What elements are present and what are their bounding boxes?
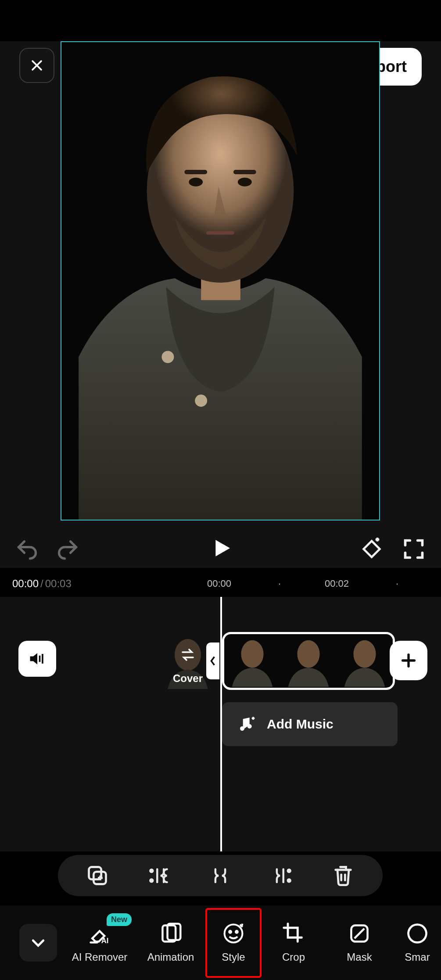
- crop-icon: [282, 922, 305, 945]
- svg-point-6: [238, 178, 252, 187]
- clip-thumb-3: [337, 634, 393, 688]
- tool-mask[interactable]: Mask: [326, 909, 392, 977]
- total-duration: 00:03: [45, 578, 72, 589]
- svg-point-44: [229, 931, 231, 933]
- speaker-icon: [28, 649, 47, 668]
- partial-circle-icon: [406, 922, 429, 945]
- play-button[interactable]: [208, 536, 233, 562]
- tool-ai-remover[interactable]: New AI AI Remover: [64, 909, 135, 977]
- svg-rect-9: [206, 231, 234, 234]
- redo-button[interactable]: [56, 538, 79, 560]
- swap-icon: [180, 647, 196, 663]
- tools-scroll[interactable]: New AI AI Remover Animation Style: [64, 905, 441, 980]
- delete-button[interactable]: [332, 864, 355, 887]
- ruler-mark-2: 00:02: [325, 578, 349, 589]
- svg-point-37: [288, 879, 290, 882]
- svg-rect-15: [39, 656, 41, 662]
- mask-icon: [348, 922, 371, 945]
- svg-point-20: [241, 640, 263, 668]
- clip-thumb-2: [280, 634, 337, 688]
- tool-animation[interactable]: Animation: [135, 909, 206, 977]
- add-music-label: Add Music: [267, 717, 333, 732]
- timecode-ruler: 00:00/00:03 00:00 · 00:02 ·: [0, 575, 441, 592]
- video-preview[interactable]: [61, 41, 380, 521]
- svg-point-34: [150, 869, 153, 872]
- cover-label: Cover: [173, 672, 203, 685]
- svg-rect-8: [233, 170, 256, 174]
- fullscreen-icon: [402, 538, 425, 560]
- duplicate-button[interactable]: [86, 864, 109, 887]
- svg-point-27: [247, 724, 252, 729]
- collapse-toolbar-button[interactable]: [19, 924, 57, 962]
- chevron-down-icon: [29, 934, 47, 951]
- tool-label: Style: [222, 951, 245, 963]
- ruler-mark-0: 00:00: [207, 578, 231, 589]
- svg-point-43: [225, 925, 243, 943]
- tool-label: Crop: [282, 951, 305, 963]
- split-left-button[interactable]: [147, 864, 170, 887]
- status-bar-gap: [0, 0, 441, 41]
- svg-point-36: [288, 869, 290, 872]
- fullscreen-button[interactable]: [402, 538, 425, 560]
- tool-label: Animation: [147, 951, 194, 963]
- split-left-icon: [147, 866, 170, 886]
- svg-point-10: [161, 351, 174, 363]
- split-right-icon: [270, 866, 293, 886]
- split-button[interactable]: [209, 864, 232, 887]
- clip-thumb-1: [224, 634, 280, 688]
- bottom-toolbar: New AI AI Remover Animation Style: [0, 905, 441, 980]
- style-face-icon: [222, 922, 245, 945]
- tool-style[interactable]: Style: [206, 909, 261, 977]
- play-icon: [208, 536, 233, 560]
- svg-point-24: [353, 640, 376, 668]
- svg-point-35: [150, 879, 153, 882]
- svg-rect-12: [364, 541, 380, 557]
- chevron-left-icon: [209, 655, 216, 667]
- tool-label: Smar: [405, 951, 430, 963]
- svg-rect-7: [184, 170, 207, 174]
- tool-crop[interactable]: Crop: [261, 909, 326, 977]
- add-clip-button[interactable]: [390, 641, 427, 680]
- undo-icon: [16, 538, 39, 560]
- svg-line-47: [355, 929, 364, 938]
- duplicate-icon: [86, 864, 109, 887]
- video-editor-screen: { "header": { "export_label": "Export" }…: [0, 0, 441, 980]
- mute-button[interactable]: [18, 641, 56, 677]
- svg-text:AI: AI: [101, 937, 109, 945]
- redo-icon: [56, 538, 79, 560]
- add-music-button[interactable]: Add Music: [222, 702, 398, 746]
- svg-point-11: [195, 395, 207, 407]
- current-time: 00:00: [12, 578, 39, 589]
- time-display: 00:00/00:03: [12, 578, 72, 590]
- svg-point-22: [297, 640, 319, 668]
- svg-rect-16: [42, 654, 43, 664]
- svg-point-5: [189, 178, 203, 187]
- tool-smart-partial[interactable]: Smar: [392, 909, 436, 977]
- ruler-dot: ·: [278, 578, 281, 589]
- split-icon: [209, 866, 232, 886]
- close-button[interactable]: [19, 48, 54, 83]
- preview-area: Export: [0, 41, 441, 568]
- close-icon: [29, 58, 44, 73]
- undo-button[interactable]: [16, 538, 39, 560]
- plus-icon: [400, 652, 417, 669]
- split-right-button[interactable]: [270, 864, 293, 887]
- clip-actions-bar: [58, 855, 383, 896]
- new-badge: New: [107, 913, 132, 926]
- playback-controls: [0, 530, 441, 568]
- svg-point-45: [236, 931, 238, 933]
- clip-left-handle[interactable]: [206, 643, 219, 679]
- trash-icon: [332, 864, 355, 887]
- tool-label: AI Remover: [72, 951, 128, 963]
- ruler-dot: ·: [396, 578, 398, 589]
- music-plus-icon: [238, 715, 255, 733]
- animation-icon: [159, 922, 182, 945]
- keyframe-icon: [360, 538, 383, 560]
- tool-label: Mask: [347, 951, 372, 963]
- video-clip[interactable]: 3.0s: [222, 632, 395, 690]
- portrait-placeholder: [61, 42, 379, 520]
- timeline[interactable]: Cover 3.0s Add Music: [0, 597, 441, 851]
- keyframe-button[interactable]: [360, 538, 383, 560]
